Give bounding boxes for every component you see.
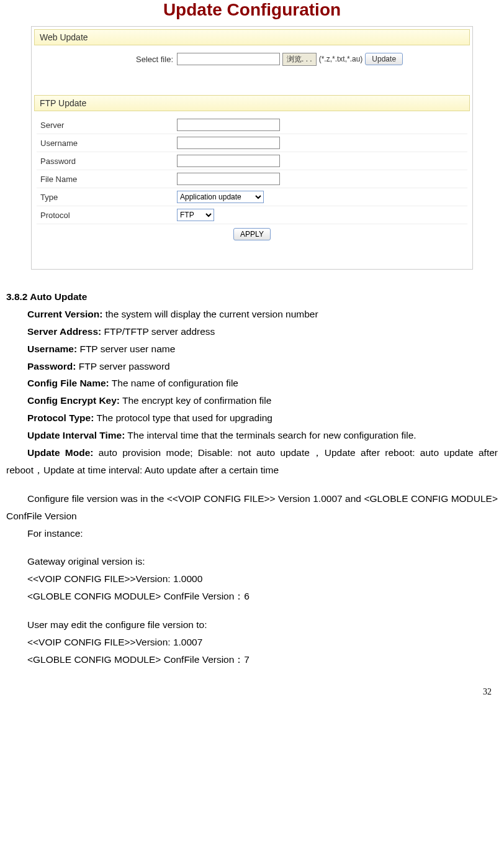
def-text: The encrypt key of confirmation file [120, 395, 271, 406]
ftp-update-section: FTP Update [34, 95, 470, 111]
username-label: Username [37, 139, 177, 148]
def-label: Update Interval Time: [27, 430, 125, 440]
para: Configure file version was in the <<VOIP… [6, 493, 498, 521]
page-number: 32 [6, 668, 498, 697]
def-text: FTP server password [76, 361, 169, 371]
type-select[interactable]: Application update [177, 191, 264, 203]
def-text: the system will display the current vers… [102, 309, 318, 319]
para: <GLOBLE CONFIG MODULE> ConfFile Version：… [6, 651, 498, 668]
select-file-input[interactable] [177, 53, 280, 65]
server-label: Server [37, 121, 177, 130]
page-title: Update Configuration [6, 0, 498, 20]
para: User may edit the configure file version… [6, 616, 498, 634]
def-label: Config File Name: [27, 378, 109, 388]
def-text: FTP/TFTP server address [101, 326, 215, 337]
para: <GLOBLE CONFIG MODULE> ConfFile Version：… [6, 588, 498, 605]
def-label: Username: [27, 344, 77, 354]
def-text: FTP server user name [77, 344, 175, 354]
select-file-label: Select file: [37, 55, 177, 64]
para: For instance: [6, 525, 498, 542]
username-input[interactable] [177, 137, 280, 149]
server-input[interactable] [177, 119, 280, 131]
config-panel: Web Update Select file: 浏览. . . (*.z,*.t… [31, 26, 473, 270]
filename-input[interactable] [177, 173, 280, 185]
para: Gateway original version is: [6, 553, 498, 570]
protocol-label: Protocol [37, 211, 177, 220]
web-update-section: Web Update [34, 29, 470, 45]
def-label: Update Mode: [27, 447, 93, 458]
def-label: Protocol Type: [27, 412, 94, 423]
def-text: The protocol type that used for upgradin… [94, 412, 272, 423]
password-input[interactable] [177, 155, 280, 167]
type-label: Type [37, 193, 177, 202]
filename-label: File Name [37, 175, 177, 184]
para: <<VOIP CONFIG FILE>>Version: 1.0007 [6, 634, 498, 651]
def-label: Current Version: [27, 309, 102, 319]
def-text: The name of configuration file [109, 378, 238, 388]
file-hint: (*.z,*.txt,*.au) [319, 55, 363, 63]
para: <<VOIP CONFIG FILE>>Version: 1.0000 [6, 570, 498, 588]
update-button[interactable]: Update [365, 53, 403, 65]
def-label: Server Address: [27, 326, 101, 337]
def-label: Config Encrypt Key: [27, 395, 120, 406]
password-label: Password [37, 157, 177, 166]
apply-button[interactable]: APPLY [233, 228, 271, 240]
def-text: The interval time that the terminals sea… [125, 430, 416, 440]
section-heading: 3.8.2 Auto Update [6, 288, 498, 306]
protocol-select[interactable]: FTP [177, 209, 214, 221]
browse-button[interactable]: 浏览. . . [282, 53, 317, 66]
def-label: Password: [27, 361, 76, 371]
